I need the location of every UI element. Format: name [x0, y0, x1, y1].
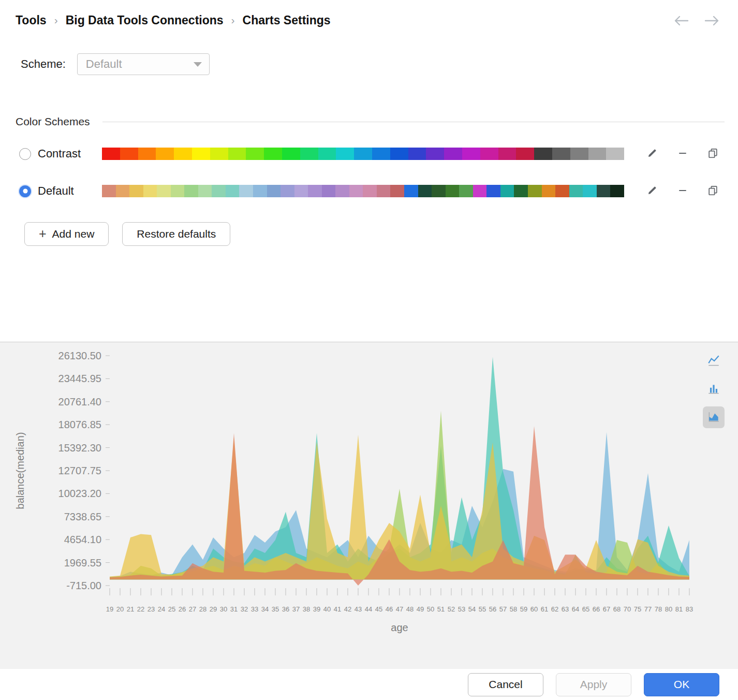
svg-text:7338.65: 7338.65 [64, 511, 101, 522]
area-chart-button[interactable] [703, 406, 725, 428]
color-swatch [143, 185, 157, 197]
breadcrumb-item-charts-settings[interactable]: Charts Settings [243, 13, 331, 27]
svg-text:50: 50 [427, 605, 434, 613]
svg-text:60: 60 [530, 605, 538, 613]
scheme-name-default[interactable]: Default [38, 184, 102, 198]
color-swatch [570, 148, 588, 160]
bar-chart-button[interactable] [703, 378, 725, 400]
svg-text:41: 41 [334, 605, 341, 613]
svg-text:31: 31 [230, 605, 238, 613]
svg-text:44: 44 [365, 605, 372, 613]
color-swatch [500, 185, 514, 197]
color-swatch [129, 185, 143, 197]
svg-text:28: 28 [199, 605, 206, 613]
charts-settings-dialog: Tools › Big Data Tools Connections › Cha… [0, 0, 738, 700]
svg-text:66: 66 [593, 605, 600, 613]
svg-text:36: 36 [282, 605, 289, 613]
color-swatch [583, 185, 597, 197]
svg-text:83: 83 [686, 605, 693, 613]
color-swatch [462, 148, 480, 160]
svg-text:59: 59 [520, 605, 527, 613]
svg-text:4654.10: 4654.10 [64, 534, 101, 545]
svg-text:62: 62 [551, 605, 558, 613]
color-swatch [156, 148, 174, 160]
svg-text:68: 68 [613, 605, 621, 613]
color-swatch [120, 148, 138, 160]
svg-text:65: 65 [582, 605, 589, 613]
color-swatch [300, 148, 318, 160]
area-chart: 26130.5023445.9520761.4018076.8515392.30… [0, 342, 738, 669]
cancel-button[interactable]: Cancel [468, 673, 543, 696]
edit-scheme-button[interactable] [646, 147, 659, 161]
scheme-name-contrast[interactable]: Contrast [38, 147, 102, 161]
color-swatch [610, 185, 624, 197]
svg-text:10023.20: 10023.20 [58, 488, 101, 499]
copy-scheme-button[interactable] [706, 184, 719, 198]
edit-scheme-button[interactable] [646, 184, 659, 198]
header-bar: Tools › Big Data Tools Connections › Cha… [0, 0, 738, 27]
scheme-row: Scheme: Default [0, 53, 738, 75]
svg-text:53: 53 [458, 605, 465, 613]
copy-icon [707, 148, 718, 160]
color-swatch [377, 185, 391, 197]
scheme-radio-default[interactable] [19, 185, 31, 197]
ok-button[interactable]: OK [644, 673, 719, 696]
color-swatch [318, 148, 336, 160]
color-swatch [335, 185, 349, 197]
line-chart-button[interactable] [703, 351, 725, 372]
color-swatch [426, 148, 444, 160]
color-swatch [597, 185, 611, 197]
svg-text:78: 78 [655, 605, 662, 613]
color-swatch [542, 185, 556, 197]
color-swatch [390, 148, 408, 160]
svg-text:19: 19 [106, 605, 113, 613]
restore-defaults-button[interactable]: Restore defaults [122, 222, 230, 246]
row-actions [646, 184, 719, 198]
pencil-icon [647, 185, 658, 197]
color-swatch [408, 148, 426, 160]
color-swatch [480, 148, 498, 160]
add-new-button[interactable]: + Add new [24, 222, 109, 246]
color-swatch [486, 185, 500, 197]
color-swatch [534, 148, 552, 160]
svg-text:80: 80 [665, 605, 672, 613]
svg-text:18076.85: 18076.85 [58, 419, 101, 430]
color-scheme-list: ContrastDefault [0, 135, 738, 210]
section-title: Color Schemes [16, 115, 90, 128]
svg-text:35: 35 [272, 605, 279, 613]
color-swatch [212, 185, 226, 197]
scheme-select[interactable]: Default [77, 53, 210, 75]
back-arrow-icon[interactable] [673, 14, 689, 27]
svg-text:47: 47 [396, 605, 403, 613]
svg-text:39: 39 [313, 605, 320, 613]
svg-text:61: 61 [541, 605, 548, 613]
color-swatch [555, 185, 569, 197]
svg-text:21: 21 [127, 605, 134, 613]
color-swatch [459, 185, 473, 197]
color-swatch [498, 148, 516, 160]
breadcrumb-item-tools[interactable]: Tools [16, 13, 47, 27]
forward-arrow-icon[interactable] [704, 14, 720, 27]
svg-text:1969.55: 1969.55 [64, 557, 101, 568]
svg-text:33: 33 [251, 605, 258, 613]
apply-button[interactable]: Apply [556, 673, 631, 696]
svg-text:38: 38 [303, 605, 310, 613]
color-schemes-section-header: Color Schemes [0, 115, 738, 128]
svg-text:age: age [391, 622, 408, 633]
breadcrumb-item-big-data-tools-connections[interactable]: Big Data Tools Connections [66, 13, 224, 27]
color-swatch [473, 185, 487, 197]
breadcrumb: Tools › Big Data Tools Connections › Cha… [16, 13, 331, 27]
remove-scheme-button[interactable] [676, 147, 689, 161]
chart-type-toolbar [703, 351, 725, 428]
svg-text:24: 24 [158, 605, 165, 613]
chart-preview-panel: 26130.5023445.9520761.4018076.8515392.30… [0, 342, 738, 669]
remove-scheme-button[interactable] [676, 184, 689, 198]
copy-scheme-button[interactable] [706, 147, 719, 161]
color-swatch [157, 185, 171, 197]
svg-text:51: 51 [437, 605, 445, 613]
scheme-radio-contrast[interactable] [19, 148, 31, 160]
color-strip-contrast [102, 148, 624, 160]
color-swatch [253, 185, 267, 197]
svg-text:23445.95: 23445.95 [58, 373, 101, 384]
svg-text:26130.50: 26130.50 [58, 350, 101, 361]
